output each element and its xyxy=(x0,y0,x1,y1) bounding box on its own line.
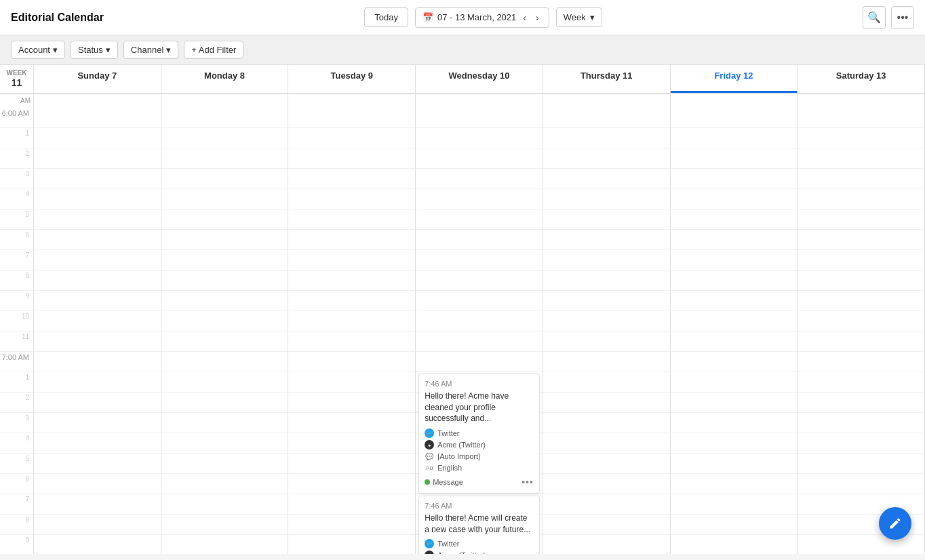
day-cell[interactable] xyxy=(161,230,289,250)
day-cell[interactable] xyxy=(34,332,161,352)
day-cell[interactable] xyxy=(161,372,289,393)
day-cell[interactable] xyxy=(543,189,671,209)
day-cell[interactable] xyxy=(798,148,925,169)
day-cell[interactable] xyxy=(34,271,161,291)
day-cell[interactable] xyxy=(671,372,798,393)
day-cell[interactable] xyxy=(671,169,798,189)
day-cell[interactable] xyxy=(161,189,289,209)
day-cell[interactable] xyxy=(798,250,925,271)
day-cell[interactable] xyxy=(416,230,543,250)
day-cell[interactable] xyxy=(543,454,671,474)
more-options-button[interactable]: ••• xyxy=(891,6,914,29)
day-cell[interactable] xyxy=(798,372,925,393)
day-cell[interactable] xyxy=(671,209,798,230)
day-cell[interactable] xyxy=(543,128,671,148)
day-cell[interactable] xyxy=(543,271,671,291)
add-filter-button[interactable]: + Add Filter xyxy=(184,41,243,59)
day-cell[interactable] xyxy=(34,291,161,311)
day-cell[interactable] xyxy=(671,393,798,413)
day-cell[interactable] xyxy=(161,413,289,433)
day-cell[interactable] xyxy=(798,393,925,413)
day-cell[interactable] xyxy=(161,311,289,332)
event-card[interactable]: 7:46 AMHello there! Acme will create a n… xyxy=(418,496,540,554)
day-cell[interactable] xyxy=(416,189,543,209)
day-cell[interactable] xyxy=(671,128,798,148)
day-cell[interactable] xyxy=(34,474,161,494)
day-cell[interactable] xyxy=(288,311,416,332)
day-cell[interactable] xyxy=(416,108,543,128)
day-cell[interactable] xyxy=(161,433,289,454)
day-cell[interactable] xyxy=(34,535,161,554)
day-cell[interactable] xyxy=(798,108,925,128)
create-button[interactable] xyxy=(879,507,911,540)
day-cell[interactable] xyxy=(798,209,925,230)
day-cell[interactable] xyxy=(543,230,671,250)
day-cell[interactable] xyxy=(671,230,798,250)
day-cell[interactable] xyxy=(671,291,798,311)
day-cell[interactable] xyxy=(288,352,416,372)
day-cell[interactable] xyxy=(288,393,416,413)
day-cell[interactable] xyxy=(798,189,925,209)
event-more-button[interactable]: ••• xyxy=(521,477,534,487)
day-cell[interactable] xyxy=(416,291,543,311)
day-cell[interactable] xyxy=(543,352,671,372)
day-cell[interactable] xyxy=(161,474,289,494)
day-cell[interactable] xyxy=(671,515,798,535)
day-cell[interactable] xyxy=(288,474,416,494)
day-cell[interactable] xyxy=(798,352,925,372)
day-cell[interactable] xyxy=(798,230,925,250)
day-cell[interactable] xyxy=(288,189,416,209)
day-cell[interactable] xyxy=(671,433,798,454)
day-cell[interactable] xyxy=(34,148,161,169)
day-cell[interactable] xyxy=(161,148,289,169)
day-cell[interactable] xyxy=(798,433,925,454)
day-cell[interactable] xyxy=(543,209,671,230)
day-cell[interactable] xyxy=(34,433,161,454)
day-cell[interactable] xyxy=(161,250,289,271)
day-cell[interactable] xyxy=(798,271,925,291)
day-cell[interactable] xyxy=(416,311,543,332)
status-filter[interactable]: Status ▾ xyxy=(71,41,118,59)
day-cell[interactable] xyxy=(798,169,925,189)
day-cell[interactable] xyxy=(543,291,671,311)
search-button[interactable]: 🔍 xyxy=(863,6,886,29)
day-cell[interactable] xyxy=(34,209,161,230)
day-cell[interactable]: 7:46 AMHello there! Acme will create a n… xyxy=(416,494,543,515)
day-cell[interactable] xyxy=(798,128,925,148)
day-cell[interactable] xyxy=(543,148,671,169)
day-cell[interactable] xyxy=(161,128,289,148)
day-cell[interactable] xyxy=(543,393,671,413)
day-cell[interactable] xyxy=(34,494,161,515)
day-cell[interactable] xyxy=(798,332,925,352)
week-select[interactable]: Week ▾ xyxy=(556,7,602,27)
day-cell[interactable] xyxy=(416,271,543,291)
day-cell[interactable] xyxy=(671,108,798,128)
day-cell[interactable] xyxy=(543,311,671,332)
day-cell[interactable] xyxy=(288,413,416,433)
day-cell[interactable] xyxy=(671,454,798,474)
event-card[interactable]: 7:46 AMHello there! Acme have cleaned yo… xyxy=(418,374,540,494)
day-cell[interactable] xyxy=(288,209,416,230)
day-cell[interactable] xyxy=(288,250,416,271)
day-cell[interactable] xyxy=(34,169,161,189)
day-cell[interactable] xyxy=(34,515,161,535)
day-cell[interactable] xyxy=(288,433,416,454)
day-cell[interactable] xyxy=(416,128,543,148)
day-cell[interactable] xyxy=(543,494,671,515)
day-cell[interactable] xyxy=(671,413,798,433)
day-cell[interactable] xyxy=(161,393,289,413)
day-cell[interactable] xyxy=(161,169,289,189)
day-cell[interactable] xyxy=(543,535,671,554)
day-cell[interactable] xyxy=(671,535,798,554)
day-cell[interactable] xyxy=(288,535,416,554)
day-cell[interactable] xyxy=(288,515,416,535)
day-cell[interactable] xyxy=(543,169,671,189)
channel-filter[interactable]: Channel ▾ xyxy=(123,41,178,59)
day-cell[interactable] xyxy=(288,454,416,474)
day-cell[interactable] xyxy=(416,148,543,169)
day-cell[interactable] xyxy=(161,454,289,474)
day-cell[interactable] xyxy=(798,413,925,433)
day-cell[interactable] xyxy=(798,474,925,494)
day-cell[interactable] xyxy=(288,291,416,311)
day-cell[interactable] xyxy=(798,311,925,332)
